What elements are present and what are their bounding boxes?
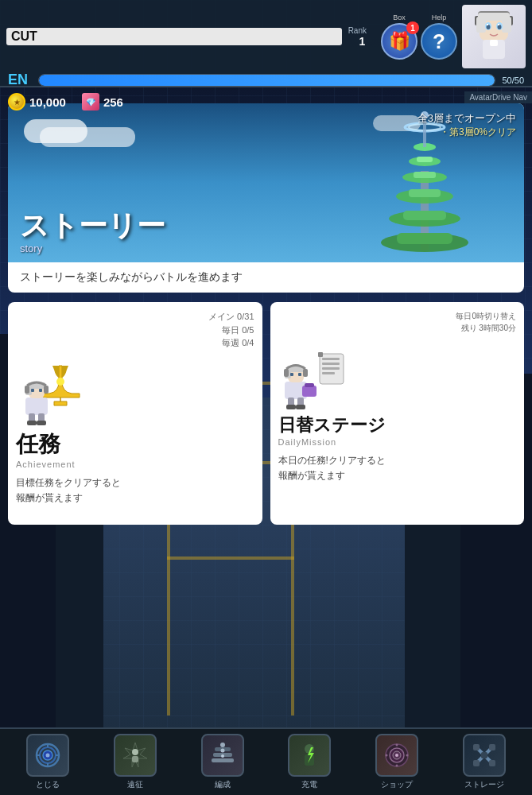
- nav-label-tojiru: とじる: [36, 779, 60, 790]
- box-button-group: Box 🎁 1: [381, 14, 417, 60]
- svg-rect-23: [414, 172, 436, 178]
- achievement-character-svg: [16, 354, 87, 425]
- achievement-card[interactable]: メイン 0/31 毎日 0/5 毎週 0/4: [8, 302, 262, 525]
- juuden-icon-wrap: [288, 734, 331, 777]
- achievement-title-en: Achievement: [16, 460, 254, 469]
- svg-rect-17: [397, 233, 452, 244]
- bottom-nav: とじる 遠征: [0, 727, 532, 795]
- svg-rect-39: [44, 386, 49, 394]
- achievement-title-jp: 任務: [16, 429, 254, 460]
- juuden-icon: [295, 741, 324, 770]
- nav-item-hensei[interactable]: 編成: [179, 734, 266, 790]
- svg-rect-36: [31, 389, 34, 392]
- svg-rect-42: [27, 421, 37, 425]
- hensei-icon: [208, 741, 237, 770]
- svg-rect-96: [473, 760, 480, 766]
- nav-item-tojiru[interactable]: とじる: [4, 734, 91, 790]
- svg-rect-25: [417, 157, 433, 162]
- question-icon: ?: [433, 29, 445, 54]
- help-label: Help: [432, 14, 447, 21]
- avatar-svg: [462, 5, 526, 68]
- shop-icon: [382, 741, 411, 770]
- svg-rect-95: [489, 744, 495, 750]
- story-banner: 全3層までオープン中 ・第3層0%クリア ストーリー story: [8, 103, 524, 262]
- nav-item-shop[interactable]: ショップ: [353, 734, 441, 790]
- coin-value: 10,000: [29, 95, 66, 109]
- player-name-bar: CUT: [6, 28, 342, 45]
- svg-rect-58: [284, 369, 289, 377]
- energy-label: EN: [8, 72, 32, 88]
- daily-mission-card[interactable]: 毎日0時切り替え 残り 3時間30分: [270, 302, 525, 525]
- daily-sprite: [278, 338, 517, 409]
- nav-item-storage[interactable]: ストレージ: [441, 734, 528, 790]
- svg-rect-14: [490, 40, 498, 46]
- nav-label-hensei: 編成: [215, 779, 231, 790]
- coin-icon: ★: [8, 93, 25, 111]
- svg-rect-98: [481, 752, 487, 758]
- svg-rect-49: [318, 352, 323, 357]
- svg-rect-57: [298, 373, 301, 376]
- nav-label-ensei: 遠征: [127, 779, 143, 790]
- help-button[interactable]: ?: [421, 23, 457, 60]
- svg-rect-48: [322, 372, 335, 374]
- tojiru-icon-wrap: [26, 734, 69, 777]
- svg-point-88: [396, 744, 398, 747]
- svg-rect-12: [498, 24, 499, 25]
- svg-point-80: [221, 754, 224, 758]
- svg-rect-19: [403, 211, 446, 220]
- rank-label: Rank: [348, 26, 370, 35]
- box-icon: 🎁: [389, 31, 410, 52]
- box-button[interactable]: 🎁 1: [381, 23, 417, 60]
- nav-label-shop: ショップ: [381, 779, 413, 790]
- svg-rect-94: [473, 744, 480, 750]
- nav-item-juuden[interactable]: 充電: [266, 734, 353, 790]
- svg-rect-77: [212, 758, 234, 762]
- svg-point-91: [406, 754, 409, 757]
- svg-rect-52: [305, 383, 314, 387]
- svg-rect-97: [489, 760, 495, 766]
- svg-rect-5: [476, 17, 486, 33]
- achievement-desc: 目標任務をクリアすると 報酬が貰えます: [16, 475, 254, 506]
- top-hud: CUT Rank 1 Box 🎁 1 Help ?: [0, 0, 532, 87]
- svg-rect-32: [25, 398, 48, 415]
- svg-rect-11: [487, 24, 488, 25]
- svg-point-31: [56, 378, 64, 386]
- story-text-overlay: 全3層までオープン中 ・第3層0%クリア: [417, 111, 516, 139]
- svg-point-87: [395, 754, 398, 757]
- energy-bar-fill: [39, 75, 495, 86]
- story-title-area: ストーリー story: [20, 207, 165, 254]
- nav-item-ensei[interactable]: 遠征: [91, 734, 179, 790]
- box-badge: 1: [406, 21, 419, 34]
- main-content: 全3層までオープン中 ・第3層0%クリア ストーリー story ストーリーを楽…: [0, 87, 532, 727]
- story-card[interactable]: 全3層までオープン中 ・第3層0%クリア ストーリー story ストーリーを楽…: [8, 103, 524, 293]
- rank-value: 1: [359, 35, 365, 48]
- svg-rect-43: [37, 421, 46, 425]
- daily-header: 毎日0時切り替え 残り 3時間30分: [278, 310, 517, 334]
- achievement-stats: メイン 0/31 毎日 0/5 毎週 0/4: [208, 310, 254, 350]
- achievement-header: メイン 0/31 毎日 0/5 毎週 0/4: [16, 310, 254, 350]
- tojiru-icon: [33, 741, 62, 770]
- ensei-icon: [121, 741, 150, 770]
- hud-row-name: CUT Rank 1 Box 🎁 1 Help ?: [0, 0, 532, 68]
- storage-icon-wrap: [463, 734, 506, 777]
- svg-rect-56: [290, 373, 293, 376]
- help-button-group: Help ?: [421, 14, 457, 60]
- svg-point-78: [220, 743, 225, 747]
- avatar: [462, 5, 526, 68]
- svg-point-89: [396, 765, 398, 767]
- cards-row: メイン 0/31 毎日 0/5 毎週 0/4: [8, 302, 524, 525]
- daily-title-en: DailyMission: [278, 437, 517, 447]
- daily-title-jp: 日替ステージ: [278, 413, 517, 437]
- shop-icon-wrap: [375, 734, 418, 777]
- svg-rect-37: [39, 389, 42, 392]
- box-label: Box: [393, 14, 406, 21]
- svg-rect-47: [322, 367, 340, 370]
- hud-energy-row: EN 50/50: [0, 68, 532, 91]
- daily-header-info: 毎日0時切り替え 残り 3時間30分: [456, 310, 516, 334]
- svg-rect-6: [502, 17, 511, 33]
- box-help-buttons: Box 🎁 1 Help ?: [381, 14, 457, 60]
- gem-value: 256: [103, 95, 123, 109]
- story-title-jp: ストーリー: [20, 207, 165, 246]
- nav-label-juuden: 充電: [301, 779, 317, 790]
- daily-character-svg: [278, 338, 350, 409]
